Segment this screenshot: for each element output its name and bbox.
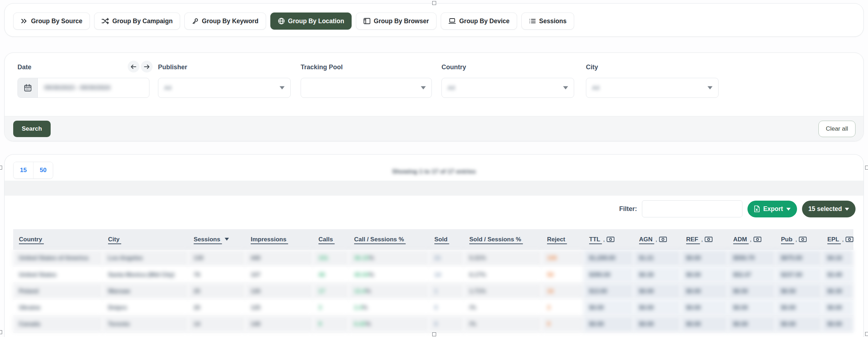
- cell-impressions: 126: [245, 283, 313, 299]
- results-table: Country City Sessions Impressions Calls …: [13, 229, 853, 332]
- tab-label: Group By Location: [288, 17, 344, 25]
- cell-agn: $0.00: [633, 283, 680, 299]
- cell-sold-sessions-: 6.17%: [464, 266, 541, 283]
- date-next-button[interactable]: [141, 61, 153, 72]
- tab-group-by-campaign[interactable]: Group By Campaign: [94, 12, 180, 30]
- table-row[interactable]: CanadaToronto1414096.43%0/%9$0.00$0.00$0…: [13, 316, 853, 332]
- cell-calls: 151: [313, 250, 348, 266]
- tab-label: Group By Browser: [374, 17, 429, 25]
- browser-window-icon: [363, 18, 371, 24]
- city-label: City: [586, 64, 598, 71]
- column-header-sessions[interactable]: Sessions: [188, 229, 245, 250]
- cell-ref: $0.00: [680, 266, 727, 283]
- table-row[interactable]: United States of AmericaLos Angeles13044…: [13, 250, 853, 266]
- selection-handle-bottom-center[interactable]: [432, 332, 436, 336]
- column-header-sold-sessions-[interactable]: Sold / Sessions %: [464, 229, 541, 250]
- column-header-agn[interactable]: AGN ,: [633, 229, 680, 250]
- table-row[interactable]: PolandWarsaw251261713.4%11.71%16$13.00$0…: [13, 283, 853, 299]
- cell-reject: 100: [541, 250, 583, 266]
- selection-handle-left-middle[interactable]: [0, 166, 2, 170]
- laptop-icon: [448, 18, 456, 24]
- selection-handle-right-middle[interactable]: [865, 166, 868, 170]
- banknote-icon: [754, 237, 761, 242]
- chevron-down-icon: [845, 208, 849, 211]
- tab-group-by-browser[interactable]: Group By Browser: [356, 12, 436, 30]
- key-icon: [192, 18, 199, 25]
- cell-ref: $0.00: [680, 316, 727, 332]
- showing-entries-text: Showing 1 to 17 of 17 entries: [5, 168, 863, 175]
- cell-sessions: 130: [188, 250, 245, 266]
- cell-ref: $0.00: [680, 283, 727, 299]
- cell-call-sessions-: 40.04%: [348, 266, 429, 283]
- cell-country: Ukraine: [13, 299, 102, 316]
- selection-handle-top-center[interactable]: [432, 1, 436, 5]
- cell-ttl: $13.00: [583, 283, 633, 299]
- cell-agn: $0.00: [633, 299, 680, 316]
- tracking-pool-select[interactable]: [301, 78, 432, 98]
- cell-impressions: 125: [245, 299, 313, 316]
- date-range-value: 09/30/2023 - 09/30/2024: [38, 84, 110, 91]
- publisher-value: All: [164, 85, 172, 91]
- tab-group-by-source[interactable]: Group By Source: [13, 12, 90, 30]
- tab-group-by-keyword[interactable]: Group By Keyword: [184, 12, 266, 30]
- cell-sold: 0: [429, 299, 464, 316]
- city-select[interactable]: All: [586, 78, 719, 98]
- excel-file-icon: [754, 205, 760, 212]
- cell-call-sessions-: 6.43%: [348, 316, 429, 332]
- tab-label: Sessions: [539, 17, 567, 25]
- publisher-select[interactable]: All: [158, 78, 291, 98]
- cell-call-sessions-: 36.15%: [348, 250, 429, 266]
- chevron-down-icon: [280, 86, 285, 90]
- column-header-call-sessions-[interactable]: Call / Sessions %: [348, 229, 429, 250]
- tab-group-by-device[interactable]: Group By Device: [441, 12, 517, 30]
- export-label: Export: [763, 205, 783, 213]
- tab-sessions[interactable]: Sessions: [521, 12, 574, 30]
- column-header-ref[interactable]: REF ,: [680, 229, 727, 250]
- columns-selected-dropdown[interactable]: 15 selected: [802, 201, 856, 217]
- cell-sold: 1: [429, 283, 464, 299]
- cell-reject: 50: [541, 266, 583, 283]
- column-header-pub[interactable]: Pub ,: [775, 229, 822, 250]
- arrow-right-icon: [144, 64, 150, 69]
- date-range-input[interactable]: 09/30/2023 - 09/30/2024: [17, 78, 149, 98]
- cell-reject: 3: [541, 299, 583, 316]
- column-header-sold[interactable]: Sold: [429, 229, 464, 250]
- cell-sold-sessions-: /%: [464, 316, 541, 332]
- column-header-epl[interactable]: EPL ,: [822, 229, 853, 250]
- banknote-icon: [659, 237, 667, 242]
- search-button[interactable]: Search: [13, 121, 51, 137]
- banknote-icon: [799, 237, 807, 242]
- export-button[interactable]: Export: [747, 201, 797, 217]
- table-row[interactable]: United StatesSanta Monica (Mid City)7610…: [13, 266, 853, 283]
- table-toolbar: Filter: Export 15 selected: [619, 200, 856, 217]
- cell-city: Toronto: [102, 316, 188, 332]
- arrow-left-icon: [131, 64, 137, 69]
- calendar-icon: [24, 84, 32, 92]
- column-header-city[interactable]: City: [102, 229, 188, 250]
- cell-country: United States: [13, 266, 102, 283]
- column-header-reject[interactable]: Reject: [541, 229, 583, 250]
- table-row[interactable]: UkraineDnipro2012532.4%0/%3$0.00$0.00$0.…: [13, 299, 853, 316]
- column-header-country[interactable]: Country: [13, 229, 102, 250]
- chevron-down-icon: [563, 86, 568, 90]
- selection-handle-bottom-left[interactable]: [0, 330, 2, 334]
- cell-call-sessions-: 2.4%: [348, 299, 429, 316]
- date-prev-button[interactable]: [128, 61, 139, 72]
- tab-group-by-location[interactable]: Group By Location: [270, 12, 352, 30]
- column-header-calls[interactable]: Calls: [313, 229, 348, 250]
- selection-handle-bottom-right[interactable]: [865, 332, 868, 336]
- table-filter-input[interactable]: [642, 200, 742, 217]
- cell-adm: $0.00: [727, 299, 775, 316]
- column-header-ttl[interactable]: TTL ,: [583, 229, 633, 250]
- cell-impressions: 440: [245, 250, 313, 266]
- cell-city: Dnipro: [102, 299, 188, 316]
- country-select[interactable]: All: [441, 78, 574, 98]
- cell-adm: $6.50: [727, 283, 775, 299]
- tab-label: Group By Device: [459, 17, 510, 25]
- cell-call-sessions-: 13.4%: [348, 283, 429, 299]
- column-header-adm[interactable]: ADM ,: [727, 229, 775, 250]
- cell-reject: 9: [541, 316, 583, 332]
- column-header-impressions[interactable]: Impressions: [245, 229, 313, 250]
- clear-all-button[interactable]: Clear all: [818, 121, 856, 137]
- cell-sold: 14: [429, 266, 464, 283]
